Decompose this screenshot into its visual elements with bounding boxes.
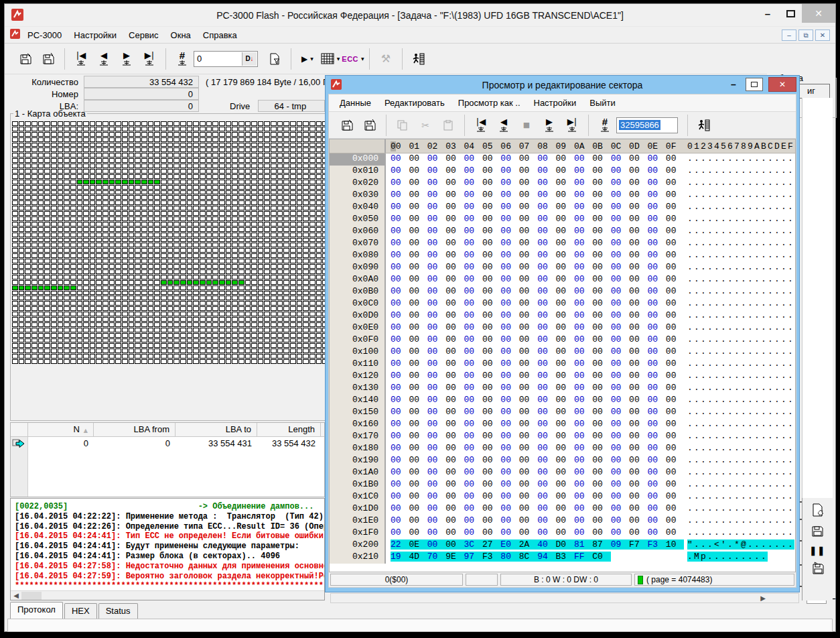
hex-byte[interactable]: 00 (629, 334, 647, 344)
hex-byte[interactable]: 00 (647, 334, 665, 344)
hex-byte[interactable]: 00 (592, 467, 610, 477)
hex-byte[interactable]: 00 (611, 515, 629, 525)
hex-byte[interactable]: 81 (574, 539, 592, 550)
hex-byte[interactable]: 00 (611, 166, 629, 176)
hex-byte[interactable]: 00 (556, 515, 574, 525)
hex-byte[interactable]: 00 (611, 359, 629, 369)
hex-byte[interactable]: 00 (427, 371, 445, 381)
hex-byte[interactable]: 00 (482, 419, 500, 429)
hex-byte[interactable]: 00 (574, 153, 592, 164)
hex-byte[interactable]: 00 (629, 383, 647, 393)
hex-byte[interactable]: 00 (629, 153, 647, 164)
hex-byte[interactable]: 00 (574, 322, 592, 332)
hex-byte[interactable]: 00 (445, 443, 464, 453)
hex-byte[interactable]: 00 (409, 467, 427, 477)
hex-byte[interactable]: 00 (666, 286, 684, 296)
hex-address[interactable]: 0x190 (330, 455, 386, 467)
tab-протокол[interactable]: Протокол (10, 602, 63, 619)
hex-byte[interactable]: 00 (500, 371, 518, 381)
hex-byte[interactable]: 00 (556, 443, 574, 453)
hex-byte[interactable]: 00 (519, 238, 537, 248)
hex-byte[interactable]: 00 (574, 503, 592, 513)
hex-byte[interactable]: 00 (537, 274, 555, 284)
hex-byte[interactable]: 00 (537, 202, 555, 212)
hex-byte[interactable]: 00 (537, 178, 555, 188)
hex-byte[interactable]: 00 (611, 407, 629, 417)
hex-byte[interactable]: 00 (464, 407, 482, 417)
hex-byte[interactable]: 00 (647, 298, 665, 308)
hex-byte[interactable]: 00 (666, 431, 684, 441)
hex-byte[interactable]: 00 (500, 479, 518, 489)
hex-byte[interactable]: 00 (666, 202, 684, 212)
hex-byte[interactable]: 00 (611, 467, 629, 477)
hex-ascii[interactable]: ................ (685, 395, 794, 407)
hex-byte[interactable]: 00 (464, 455, 482, 465)
hex-byte[interactable]: 00 (445, 515, 464, 525)
hex-byte[interactable]: 00 (482, 322, 500, 332)
hex-byte[interactable]: B3 (556, 552, 574, 562)
hex-address[interactable]: 0x140 (330, 395, 386, 407)
hex-byte[interactable]: 00 (574, 262, 592, 272)
hex-byte[interactable]: 00 (537, 262, 555, 272)
hex-byte[interactable]: 80 (500, 552, 518, 562)
hex-byte[interactable]: 00 (409, 527, 427, 537)
hex-byte[interactable]: 00 (592, 298, 610, 308)
hex-byte[interactable]: 00 (629, 431, 647, 441)
log-horizontal-scrollbar[interactable]: ◀ (11, 590, 324, 600)
hex-byte[interactable]: 0E (409, 539, 427, 550)
hex-byte[interactable]: 00 (409, 286, 427, 296)
main-menu-item-3[interactable]: Окна (165, 28, 197, 42)
hex-byte[interactable]: 00 (500, 322, 518, 332)
hex-address[interactable]: 0x110 (330, 359, 386, 371)
hex-byte[interactable]: 00 (464, 202, 482, 212)
hex-byte[interactable]: 00 (537, 371, 555, 381)
bottom-horizontal-scrollbar[interactable]: ▶ (330, 593, 799, 603)
hex-byte[interactable]: 00 (391, 395, 409, 405)
hex-byte[interactable]: 3C (464, 539, 482, 550)
hex-byte[interactable]: 00 (556, 346, 574, 357)
hex-byte[interactable]: 00 (409, 190, 427, 200)
hex-ascii[interactable]: ................ (685, 238, 794, 250)
hex-byte[interactable]: 00 (464, 467, 482, 477)
hex-byte[interactable]: 00 (464, 274, 482, 284)
hex-byte[interactable]: 00 (482, 153, 500, 164)
close-button[interactable]: ✕ (802, 4, 835, 23)
hex-byte[interactable]: 00 (611, 238, 629, 248)
hex-byte[interactable]: 00 (556, 491, 574, 501)
hex-byte[interactable]: 00 (556, 419, 574, 429)
hex-byte[interactable]: 00 (500, 310, 518, 320)
hex-byte[interactable]: 00 (409, 491, 427, 501)
hex-address[interactable]: 0x180 (330, 443, 386, 455)
hex-byte[interactable]: 00 (482, 479, 500, 489)
hex-byte[interactable]: 00 (537, 346, 555, 357)
hex-byte[interactable]: 00 (537, 322, 555, 332)
hex-byte[interactable]: 00 (629, 214, 647, 224)
hex-byte[interactable]: 00 (391, 515, 409, 525)
hex-ascii[interactable]: ................ (685, 202, 794, 214)
hex-byte[interactable]: 00 (409, 443, 427, 453)
hex-byte[interactable]: 00 (500, 153, 518, 164)
hex-byte[interactable]: 00 (427, 383, 445, 393)
hex-byte[interactable]: 00 (391, 334, 409, 344)
hex-byte[interactable]: 00 (427, 310, 445, 320)
hex-byte[interactable]: 00 (427, 178, 445, 188)
hex-byte[interactable]: 00 (611, 419, 629, 429)
hex-byte[interactable]: 00 (666, 334, 684, 344)
hex-ascii[interactable]: ................ (685, 310, 794, 322)
hex-byte[interactable]: 00 (629, 226, 647, 236)
hex-byte[interactable]: 00 (445, 395, 464, 405)
hex-byte[interactable]: 00 (592, 383, 610, 393)
hex-byte[interactable]: 00 (556, 407, 574, 417)
hex-byte[interactable]: 00 (409, 178, 427, 188)
hex-byte[interactable]: 00 (445, 190, 464, 200)
hex-byte[interactable]: 00 (574, 310, 592, 320)
hex-byte[interactable]: 00 (445, 262, 464, 272)
table-header-3[interactable]: Length (257, 423, 321, 436)
hex-byte[interactable]: 00 (427, 503, 445, 513)
hex-byte[interactable]: 00 (391, 322, 409, 332)
hex-byte[interactable]: 00 (574, 214, 592, 224)
map-view-button[interactable]: ▼ (319, 47, 342, 71)
hex-byte[interactable]: 00 (409, 202, 427, 212)
hex-byte[interactable]: 00 (482, 238, 500, 248)
hex-byte[interactable]: 00 (409, 322, 427, 332)
